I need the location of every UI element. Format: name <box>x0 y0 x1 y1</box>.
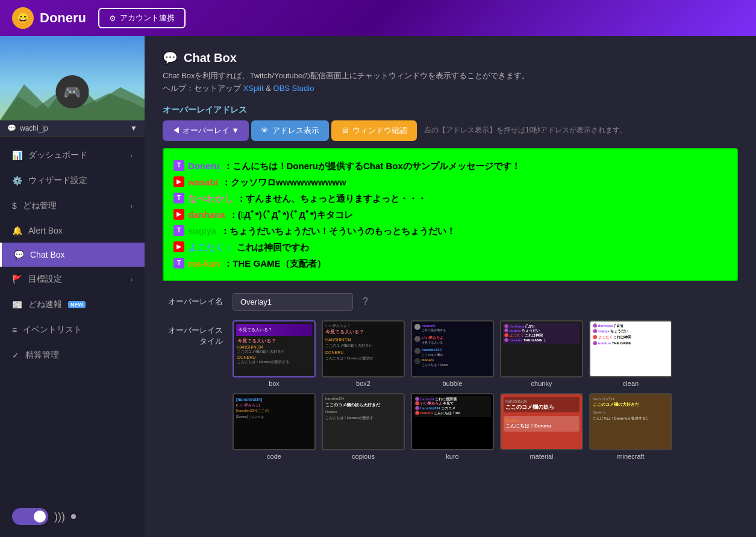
tab-overlay[interactable]: ◀ オーバーレイ ▼ <box>163 120 249 141</box>
sidebar-item-label: 目標設定 <box>28 274 62 285</box>
twitch-icon: T <box>173 160 184 171</box>
sidebar-item-alertbox[interactable]: 🔔 Alert Box <box>0 219 145 243</box>
chat-line: ▶ よこたく： これは神回ですわ <box>173 239 727 255</box>
chat-username: なべわかし <box>188 190 233 206</box>
style-name: box <box>269 380 280 387</box>
style-thumb-copious: hanshin334 ここのコメ欄の奴ら大好きだ Doneru こんにちは！Do… <box>322 393 405 450</box>
obs-link[interactable]: OBS Studio <box>273 84 314 93</box>
flag-icon: 🚩 <box>12 275 22 284</box>
dashboard-icon: 📊 <box>12 151 22 160</box>
style-item-bubble[interactable]: nanashiこれに低評価する いい夢みろよ今見てる人いる hanshin334… <box>411 320 494 387</box>
style-thumb-clean: 🟣 danhana (ﾟД*)( 🟣 sugiya ちょうだい 🔴 よこたく こ… <box>589 320 672 377</box>
chat-icon: 💬 <box>7 124 16 132</box>
dollar-icon: $ <box>12 201 17 211</box>
tabs-row: ◀ オーバーレイ ▼ 👁 アドレス表示 🖥 ウィンドウ確認 左の【アドレス表示】… <box>163 120 738 141</box>
chat-text: ：ちょうだいちょうだい！そういうのもっとちょうだい！ <box>220 223 455 239</box>
chat-text: これは神回ですわ <box>237 239 309 255</box>
news-icon: 📰 <box>12 300 22 309</box>
main-content: 💬 Chat Box Chat Boxを利用すれば、Twitch/Youtube… <box>145 36 756 537</box>
style-name: minecraft <box>617 453 644 460</box>
style-item-box2[interactable]: いい夢みろよ？ 今見てる人いる？ HANSHIN334 ここのコメ欄の奴ら大好き… <box>322 320 405 387</box>
sidebar-item-event-list[interactable]: ≡ イベントリスト <box>0 317 145 343</box>
toggle-dot <box>71 514 76 519</box>
chat-username: Doneru <box>188 158 220 174</box>
gear-icon: ⚙️ <box>12 176 22 185</box>
username: wachi_jp <box>20 124 48 132</box>
style-name: box2 <box>356 380 370 387</box>
sidebar-item-goal[interactable]: 🚩 目標設定 ‹ <box>0 267 145 292</box>
style-item-copious[interactable]: hanshin334 ここのコメ欄の奴ら大好きだ Doneru こんにちは！Do… <box>322 393 405 460</box>
xsplit-link[interactable]: XSplit <box>243 84 264 93</box>
app-layout: 🎮 💬 wachi_jp ▼ 📊 ダッシュボード ‹ ⚙️ ウィザード設定 $ … <box>0 36 756 537</box>
overlay-name-label: オーバーレイ名 <box>163 296 223 307</box>
chat-username: danhana <box>188 206 225 223</box>
style-name: chunky <box>531 380 552 387</box>
check-icon: ✓ <box>12 350 19 360</box>
style-item-clean[interactable]: 🟣 danhana (ﾟД*)( 🟣 sugiya ちょうだい 🔴 よこたく こ… <box>589 320 672 387</box>
chat-box-icon: 💬 <box>163 51 178 65</box>
chat-text: ：クッソワロwwwwwwwwww <box>222 174 346 190</box>
tab-address[interactable]: 👁 アドレス表示 <box>251 120 329 141</box>
youtube-icon: ▶ <box>173 176 184 187</box>
chat-username: ma-kun <box>188 255 220 272</box>
overlay-style-row: オーバーレイスタイル 今見てる人いる？ 今見てる人いる？ HANSHIN334 … <box>163 320 738 460</box>
tab-window[interactable]: 🖥 ウィンドウ確認 <box>331 120 417 141</box>
overlay-tab-label: ◀ オーバーレイ ▼ <box>172 125 239 136</box>
sidebar-toggle-area: ))) <box>0 496 145 537</box>
sidebar-item-label: Chat Box <box>30 250 65 259</box>
sidebar-item-wizard[interactable]: ⚙️ ウィザード設定 <box>0 168 145 193</box>
sidebar-item-label: ウィザード設定 <box>28 175 87 186</box>
tab-hint: 左の【アドレス表示】を押せば10秒アドレスが表示されます。 <box>424 125 627 135</box>
account-btn-label: アカウント連携 <box>120 13 175 23</box>
sidebar-item-done-mgmt[interactable]: $ どね管理 ‹ <box>0 193 145 219</box>
chat-icon: 💬 <box>14 250 24 259</box>
sidebar-item-accounting[interactable]: ✓ 精算管理 <box>0 343 145 368</box>
gear-icon: ⚙ <box>109 14 116 23</box>
style-item-code[interactable]: [hanshin334] [いい夢みろよ] [hanshin334] ここの [… <box>233 393 316 460</box>
style-thumb-material: hanshin334 ここのコメ欄の奴ら Doneru こんにちは！Doneru <box>500 393 583 450</box>
account-link-button[interactable]: ⚙ アカウント連携 <box>98 8 186 28</box>
style-item-kuro[interactable]: 🟣 nanashi これに低評価 🔴 いい夢みろよ 今見て 🟣 hanshin3… <box>411 393 494 460</box>
overlay-style-label: オーバーレイスタイル <box>163 320 223 347</box>
style-name: copious <box>352 453 375 460</box>
sidebar-item-label: イベントリスト <box>23 324 82 335</box>
profile-username-bar: 💬 wachi_jp ▼ <box>0 120 145 137</box>
sidebar-item-label: ダッシュボード <box>28 150 87 161</box>
twitch-icon: T <box>173 258 184 268</box>
chat-username: wasabi <box>188 174 218 190</box>
chat-text: ：THE GAME（支配者） <box>223 255 325 272</box>
twitch-icon: T <box>173 193 184 203</box>
bell-icon: 🔔 <box>12 226 22 235</box>
window-tab-icon: 🖥 <box>341 126 349 135</box>
style-item-chunky[interactable]: 🟣 danhana (ﾟД*)( 🟣 sugiya ちょうだい 🔴 よこたく こ… <box>500 320 583 387</box>
help-icon[interactable]: ? <box>363 296 368 307</box>
overlay-name-row: オーバーレイ名 ? <box>163 293 738 311</box>
style-thumb-code: [hanshin334] [いい夢みろよ] [hanshin334] ここの [… <box>233 393 316 450</box>
list-icon: ≡ <box>12 325 17 335</box>
chevron-down-icon: ▼ <box>130 124 137 132</box>
sidebar-item-label: どね管理 <box>23 200 57 211</box>
sidebar-item-chatbox[interactable]: 💬 Chat Box <box>0 243 145 267</box>
style-name: material <box>530 453 553 460</box>
overlay-name-input[interactable] <box>233 293 353 311</box>
style-thumb-kuro: 🟣 nanashi これに低評価 🔴 いい夢みろよ 今見て 🟣 hanshin3… <box>411 393 494 450</box>
sidebar-item-dashboard[interactable]: 📊 ダッシュボード ‹ <box>0 143 145 168</box>
youtube-icon: ▶ <box>173 209 184 220</box>
chat-text: ：こんにちは！Doneruが提供するChat Boxのサンプルメッセージです！ <box>223 158 520 174</box>
sidebar-profile: 🎮 <box>0 36 145 120</box>
sidebar-item-label: どね速報 <box>28 299 62 310</box>
style-item-material[interactable]: hanshin334 ここのコメ欄の奴ら Doneru こんにちは！Doneru… <box>500 393 583 460</box>
style-item-minecraft[interactable]: hanshin334 ここのコメ欄の大好きだ Doneru こんにちは！Done… <box>589 393 672 460</box>
chat-line: T sugiya ：ちょうだいちょうだい！そういうのもっとちょうだい！ <box>173 223 727 239</box>
page-header: 💬 Chat Box Chat Boxを利用すれば、Twitch/Youtube… <box>163 51 738 95</box>
style-item-box[interactable]: 今見てる人いる？ 今見てる人いる？ HANSHIN334 ここのコメ欄の奴ら大好… <box>233 320 316 387</box>
chat-preview: T Doneru ：こんにちは！Doneruが提供するChat Boxのサンプル… <box>163 148 738 281</box>
chat-username: よこたく： <box>188 239 233 255</box>
toggle-switch[interactable] <box>12 508 48 525</box>
sidebar-item-label: 精算管理 <box>25 350 59 361</box>
style-thumb-minecraft: hanshin334 ここのコメ欄の大好きだ Doneru こんにちは！Done… <box>589 393 672 450</box>
style-thumb-bubble: nanashiこれに低評価する いい夢みろよ今見てる人いる hanshin334… <box>411 320 494 377</box>
sidebar-item-done-news[interactable]: 📰 どね速報 NEW <box>0 292 145 317</box>
new-badge: NEW <box>68 301 86 308</box>
style-name: bubble <box>442 380 462 387</box>
